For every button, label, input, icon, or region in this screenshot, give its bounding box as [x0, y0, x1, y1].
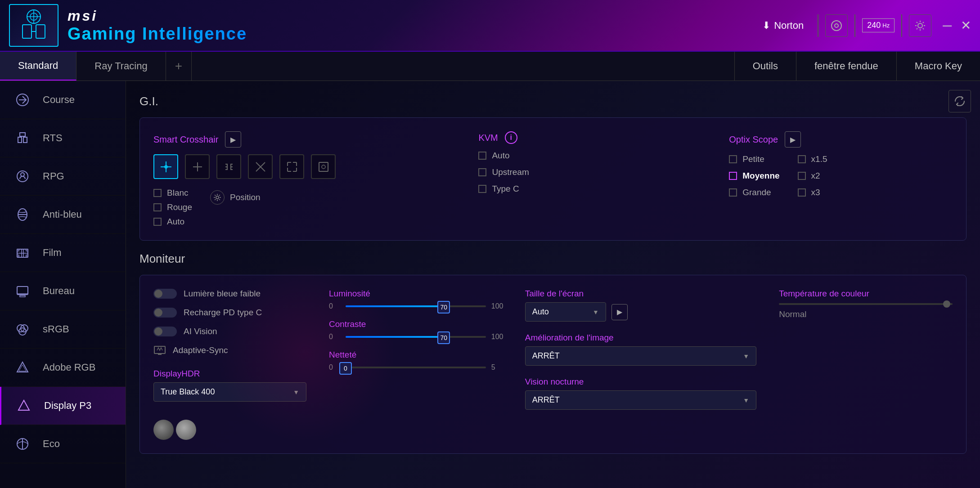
rts-label: RTS [43, 132, 63, 144]
luminosite-track-row: 0 70 100 [329, 302, 503, 310]
close-button[interactable]: ✕ [961, 18, 971, 33]
divider-1 [818, 14, 818, 37]
optix-play[interactable]: ▶ [785, 131, 801, 148]
srgb-icon [13, 320, 31, 338]
radio-moyenne[interactable] [729, 172, 737, 180]
tab-raytracing[interactable]: Ray Tracing [76, 52, 166, 81]
smart-crosshair-play[interactable]: ▶ [225, 131, 241, 148]
crosshair-icon-1[interactable] [153, 154, 178, 179]
kvm-typec[interactable]: Type C [478, 184, 702, 194]
sidebar-item-rpg[interactable]: RPG [0, 157, 126, 196]
tab-fenetre-fendue[interactable]: fenêtre fendue [796, 52, 896, 81]
taille-ecran-dropdown[interactable]: Auto ▼ [525, 302, 606, 322]
course-label: Course [43, 94, 75, 106]
crosshair-icon-2[interactable] [185, 154, 210, 179]
sidebar-item-antibleu[interactable]: Anti-bleu [0, 196, 126, 234]
contraste-track[interactable]: 70 [346, 336, 486, 338]
sidebar-item-course[interactable]: Course [0, 81, 126, 119]
radio-auto[interactable] [153, 218, 162, 226]
smart-crosshair-section: Smart Crosshair ▶ [153, 131, 451, 227]
toggle-aivision-switch[interactable] [153, 327, 177, 336]
tab-standard[interactable]: Standard [0, 52, 76, 81]
contraste-label: Contraste [329, 319, 503, 329]
crosshair-icon-4[interactable] [248, 154, 273, 179]
temperature-thumb[interactable] [943, 300, 950, 308]
crosshair-icon-5[interactable] [279, 154, 304, 179]
temperature-track[interactable] [779, 303, 953, 305]
radio-rouge[interactable] [153, 203, 162, 211]
optix-x2[interactable]: x2 [798, 171, 827, 181]
radio-petite[interactable] [729, 155, 737, 163]
optix-x1-5[interactable]: x1.5 [798, 154, 827, 164]
slider-contraste: Contraste 0 70 100 [329, 319, 503, 341]
sidebar-item-film[interactable]: Film [0, 234, 126, 272]
optix-grande[interactable]: Grande [729, 188, 779, 197]
minimize-button[interactable]: ─ [943, 18, 952, 33]
sidebar-item-srgb[interactable]: sRGB [0, 310, 126, 349]
radio-kvm-upstream[interactable] [478, 168, 486, 176]
radio-x1-5[interactable] [798, 155, 806, 163]
gaming-label: Gaming Intelligence [67, 24, 247, 44]
kvm-info-icon[interactable]: i [505, 131, 517, 144]
toggle-lumiere-switch[interactable] [153, 289, 177, 299]
svg-rect-20 [26, 255, 28, 257]
radio-blanc[interactable] [153, 189, 162, 197]
taille-ecran-play[interactable]: ▶ [611, 304, 628, 320]
radio-x2[interactable] [798, 172, 806, 180]
add-icon: + [175, 59, 182, 73]
swatch-1 [153, 420, 174, 440]
kvm-auto[interactable]: Auto [478, 151, 702, 161]
amelioration-dropdown[interactable]: ARRÊT ▼ [525, 346, 756, 366]
sidebar: Course RTS RPG [0, 81, 126, 488]
main-layout: Course RTS RPG [0, 81, 980, 488]
norton-button[interactable]: ⬇ Norton [755, 16, 811, 35]
vision-nocturne-value: ARRÊT [532, 395, 560, 405]
radio-kvm-typec[interactable] [478, 185, 486, 193]
vision-nocturne-dropdown[interactable]: ARRÊT ▼ [525, 390, 756, 410]
amelioration-label: Amélioration de l'image [525, 333, 756, 343]
amelioration-group: Amélioration de l'image ARRÊT ▼ [525, 333, 756, 366]
contraste-thumb[interactable]: 70 [437, 331, 450, 344]
luminosite-track[interactable]: 70 [346, 305, 486, 307]
adaptive-sync-label: Adaptive-Sync [173, 345, 228, 355]
tab-macro-key[interactable]: Macro Key [896, 52, 980, 81]
crosshair-icon-6[interactable] [311, 154, 336, 179]
svg-rect-4 [22, 25, 31, 38]
optix-x3[interactable]: x3 [798, 188, 827, 197]
sidebar-item-adobergb[interactable]: Adobe RGB [0, 349, 126, 387]
temperature-value: Normal [779, 309, 953, 319]
taille-ecran-label: Taille de l'écran [525, 289, 756, 299]
luminosite-thumb[interactable]: 70 [437, 301, 450, 313]
nettete-track[interactable]: 0 [346, 367, 486, 368]
nettete-thumb[interactable]: 0 [339, 362, 352, 375]
tab-add[interactable]: + [166, 52, 192, 81]
crosshair-icon-3[interactable] [216, 154, 241, 179]
settings-circle-button[interactable] [825, 14, 848, 37]
optix-petite[interactable]: Petite [729, 154, 779, 164]
refresh-button[interactable] [949, 90, 971, 112]
sidebar-item-displayp3[interactable]: Display P3 [0, 387, 126, 425]
color-auto[interactable]: Auto [153, 217, 192, 227]
color-blanc[interactable]: Blanc [153, 188, 192, 198]
radio-kvm-auto[interactable] [478, 152, 486, 160]
displayp3-label: Display P3 [44, 400, 91, 412]
gear-button[interactable] [909, 14, 931, 37]
radio-grande[interactable] [729, 188, 737, 197]
temperature-label: Température de couleur [779, 289, 953, 299]
sidebar-item-eco[interactable]: Eco [0, 425, 126, 463]
radio-x3[interactable] [798, 188, 806, 197]
color-rouge[interactable]: Rouge [153, 202, 192, 212]
displayhdr-dropdown[interactable]: True Black 400 ▼ [153, 382, 306, 402]
sidebar-item-rts[interactable]: RTS [0, 119, 126, 157]
tab-outils[interactable]: Outils [734, 52, 796, 81]
position-button[interactable]: Position [210, 190, 261, 205]
logo-text: msi Gaming Intelligence [67, 8, 247, 44]
nettete-max: 5 [491, 363, 503, 372]
rts-icon [13, 129, 31, 147]
kvm-upstream[interactable]: Upstream [478, 167, 702, 177]
svg-rect-42 [319, 162, 328, 171]
optix-moyenne[interactable]: Moyenne [729, 171, 779, 181]
toggle-recharge-switch[interactable] [153, 308, 177, 318]
toggle-recharge-label: Recharge PD type C [184, 308, 262, 318]
sidebar-item-bureau[interactable]: Bureau [0, 272, 126, 310]
